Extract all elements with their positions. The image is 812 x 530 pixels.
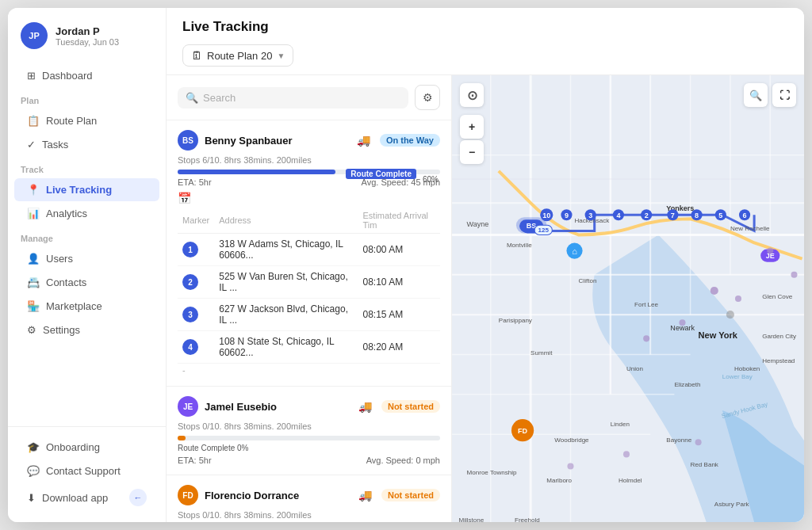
stop-address-3: 627 W Jackson Blvd, Chicago, IL ...: [214, 299, 358, 331]
expand-button[interactable]: ⛶: [772, 83, 796, 107]
zoom-search-button[interactable]: 🔍: [744, 83, 768, 107]
truck-icon-bs: 🚚: [357, 134, 370, 147]
stop-time-1: 08:00 AM: [358, 234, 440, 266]
sidebar-item-settings[interactable]: ⚙ Settings: [14, 318, 159, 341]
svg-text:⌂: ⌂: [572, 246, 577, 256]
table-row[interactable]: 1 318 W Adams St, Chicago, IL 60606... 0…: [178, 234, 440, 266]
zoom-in-button[interactable]: +: [460, 115, 484, 139]
stop-marker-1: 1: [182, 242, 198, 257]
table-row[interactable]: 3 627 W Jackson Blvd, Chicago, IL ... 08…: [178, 299, 440, 331]
search-placeholder: Search: [203, 92, 236, 104]
svg-text:Freehold: Freehold: [515, 517, 540, 522]
driver-avatar-je: JE: [178, 396, 198, 417]
route-selector[interactable]: 🗓 Route Plan 20 ▼: [182, 44, 293, 67]
sidebar-item-tasks[interactable]: ✓ Tasks: [14, 133, 159, 156]
sidebar-label-contact-support: Contact Support: [46, 465, 121, 477]
driver-meta-bs: Stops 6/10. 8hrs 38mins. 200miles: [178, 155, 440, 165]
track-section-label: Track: [8, 157, 166, 177]
sidebar-label-contacts: Contacts: [46, 276, 86, 288]
search-icon: 🔍: [186, 92, 198, 104]
marketplace-icon: 🏪: [27, 300, 40, 312]
search-row: 🔍 Search ⚙: [167, 75, 451, 120]
sidebar-item-live-tracking[interactable]: 📍 Live Tracking: [14, 178, 159, 201]
progress-bar-je: [178, 436, 440, 440]
col-eta: Estimated Arrival Tim: [358, 208, 440, 234]
svg-text:Lower Bay: Lower Bay: [722, 373, 753, 380]
calendar-icon-bs[interactable]: 📅: [178, 192, 440, 204]
sidebar-item-route-plan[interactable]: 📋 Route Plan: [14, 109, 159, 132]
route-plan-icon: 📋: [27, 115, 40, 127]
driver-card-je: JE Jamel Eusebio 🚚 Not started Stops 0/1…: [167, 387, 451, 475]
driver-avatar-bs: BS: [178, 130, 198, 151]
main-content: Live Tracking 🗓 Route Plan 20 ▼ 🔍 Search…: [167, 8, 804, 522]
svg-text:Woodbridge: Woodbridge: [554, 437, 589, 444]
stop-marker-4: 4: [182, 339, 198, 355]
svg-text:New York: New York: [699, 330, 738, 340]
progress-bar-bs: Route Complete 60%: [178, 170, 440, 174]
svg-point-78: [735, 296, 741, 302]
sidebar-item-download-app[interactable]: ⬇ Download app ←: [14, 483, 159, 512]
sidebar-section-manage: Manage 👤 Users 📇 Contacts 🏪 Marketplace …: [8, 226, 166, 342]
sidebar-item-onboarding[interactable]: 🎓 Onboarding: [14, 436, 159, 459]
sidebar-item-users[interactable]: 👤 Users: [14, 247, 159, 270]
sidebar-item-dashboard[interactable]: ⊞ Dashboard: [14, 64, 159, 87]
table-row[interactable]: 4 108 N State St, Chicago, IL 60602... 0…: [178, 331, 440, 364]
onboarding-icon: 🎓: [27, 441, 40, 453]
support-icon: 💬: [27, 465, 40, 477]
stops-table-bs: Marker Address Estimated Arrival Tim 1 3…: [178, 208, 440, 364]
svg-text:Clifton: Clifton: [579, 277, 597, 284]
sidebar-item-contacts[interactable]: 📇 Contacts: [14, 271, 159, 294]
route-selector-label: Route Plan 20: [207, 50, 272, 62]
app-shell: JP Jordan P Tuesday, Jun 03 ⊞ Dashboard …: [8, 8, 804, 522]
sidebar-label-dashboard: Dashboard: [42, 70, 93, 82]
svg-point-84: [695, 439, 702, 445]
svg-point-83: [623, 451, 630, 457]
svg-text:New Rochelle: New Rochelle: [730, 225, 770, 232]
sidebar: JP Jordan P Tuesday, Jun 03 ⊞ Dashboard …: [8, 8, 167, 522]
col-address: Address: [214, 208, 358, 234]
progress-fill-je: [178, 436, 186, 440]
status-badge-je: Not started: [381, 400, 440, 413]
progress-pct-bs: 60%: [423, 175, 439, 184]
stop-address-4: 108 N State St, Chicago, IL 60602...: [214, 331, 358, 364]
split-layout: 🔍 Search ⚙ BS Benny Spanbauer 🚚 On the W…: [167, 75, 804, 522]
stop-time-3: 08:15 AM: [358, 299, 440, 331]
user-name: Jordan P: [56, 25, 119, 37]
svg-text:Marlboro: Marlboro: [546, 477, 572, 484]
svg-text:Millstone: Millstone: [458, 517, 484, 522]
map-zoom-controls: + −: [460, 115, 484, 164]
collapse-button[interactable]: ←: [129, 489, 147, 506]
sidebar-item-contact-support[interactable]: 💬 Contact Support: [14, 459, 159, 482]
driver-name-fd: Florencio Dorrance: [205, 490, 352, 501]
recenter-button[interactable]: ⊙: [460, 83, 484, 107]
chevron-down-icon: ▼: [277, 51, 285, 60]
tasks-icon: ✓: [27, 139, 36, 151]
filter-button[interactable]: ⚙: [415, 85, 440, 110]
table-row[interactable]: 2 525 W Van Buren St, Chicago, IL ... 08…: [178, 266, 440, 299]
sidebar-label-onboarding: Onboarding: [46, 441, 100, 453]
sidebar-item-analytics[interactable]: 📊 Analytics: [14, 202, 159, 225]
manage-section-label: Manage: [8, 226, 166, 246]
svg-text:Asbury Park: Asbury Park: [714, 501, 750, 508]
stop-marker-2: 2: [182, 274, 198, 290]
status-badge-fd: Not started: [381, 489, 440, 501]
sidebar-item-marketplace[interactable]: 🏪 Marketplace: [14, 295, 159, 318]
svg-point-80: [643, 335, 649, 341]
search-box[interactable]: 🔍 Search: [178, 87, 408, 109]
driver-header-bs: BS Benny Spanbauer 🚚 On the Way: [178, 130, 440, 151]
sidebar-section-track: Track 📍 Live Tracking 📊 Analytics: [8, 157, 166, 226]
svg-point-81: [726, 311, 734, 318]
sidebar-label-marketplace: Marketplace: [46, 300, 102, 312]
svg-text:Red Bank: Red Bank: [691, 461, 719, 468]
driver-name-je: Jamel Eusebio: [205, 401, 352, 413]
driver-card-fd: FD Florencio Dorrance 🚚 Not started Stop…: [167, 475, 451, 522]
plan-section-label: Plan: [8, 88, 166, 109]
svg-text:Parisippany: Parisippany: [499, 317, 532, 324]
svg-point-79: [679, 319, 685, 326]
sidebar-label-users: Users: [46, 253, 73, 265]
user-profile[interactable]: JP Jordan P Tuesday, Jun 03: [8, 22, 166, 63]
avg-speed-je: Avg. Speed: 0 mph: [366, 456, 440, 465]
analytics-icon: 📊: [27, 208, 40, 219]
zoom-out-button[interactable]: −: [460, 140, 484, 164]
svg-point-86: [791, 272, 797, 278]
